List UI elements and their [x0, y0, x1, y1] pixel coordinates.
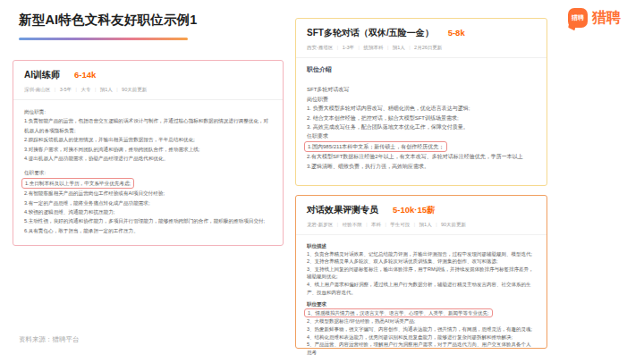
meta-separator: |: [409, 45, 410, 50]
job-meta: 龙岩-新罗区|经验不限|本科|学生可投|招1人|90天前更新: [307, 222, 536, 228]
job-desc-line: 2.跟踪和反馈机器人的使用情况，并输出相关运营数据报告，半年总结和优化;: [24, 135, 272, 144]
job-desc-line: 3.有一定的产品思维，能将业务痛点转化成产品功能需求;: [24, 198, 272, 207]
meta-item: 经验不限: [343, 222, 362, 227]
job-desc-line: 2.有大模型SFT数据标注经验2年以上，有文本改写、多轮对话标注经验优先，学历一…: [307, 152, 536, 161]
job-desc-line: 4.较强的逻辑思维、沟通能力和抗压能力;: [24, 207, 272, 216]
job-desc-line: 2、大模型数据标注/评估经验，熟悉AI对话类产品;: [307, 317, 536, 325]
job-desc-line: 3、热爱新鲜事物，强文字编写、内容创作、沟通表达能力，强共情力，有网感，思维灵活…: [307, 325, 536, 333]
meta-separator: |: [359, 45, 360, 50]
job-body: 岗位职责:1.负责智能产品的运营，包括语音交互逻辑的话术设计与制作，并通过核心指…: [24, 107, 272, 235]
job-desc-line: 4.提出机器人产品功能需求，协助产品经理进行产品迭代和优化。: [24, 154, 272, 163]
job-desc-line: 岗位职责:: [24, 107, 272, 116]
job-desc-line: 1.负责智能产品的运营，包括语音交互逻辑的话术设计与制作，并通过核心指标和数据的…: [24, 116, 272, 135]
meta-item: 招1人: [393, 45, 405, 50]
job-title: AI训练师: [24, 69, 60, 81]
source-note: 资料来源：猎聘平台: [19, 335, 80, 344]
job-desc-line: 任职要求:: [24, 168, 272, 177]
job-title-row: 对话效果评测专员5-10k·15薪: [307, 204, 536, 216]
job-title-row: AI训练师6-14k: [24, 69, 272, 81]
page-title: 新型AI特色文科友好职位示例1: [19, 12, 198, 29]
liepin-logo-icon-text: 猎聘: [572, 13, 584, 22]
job-meta: 深圳-南山区|3-5年|大专|招1人|90天前更新: [24, 87, 272, 93]
highlighted-requirement: 1、情感模拟共情力强，汉语言文学、语言学、心理学、人类学、新闻学等专业优先;: [304, 308, 493, 318]
meta-separator: |: [337, 45, 338, 50]
job-desc-line: 4、线上用户需求和偏好洞察，通过线上用户行为数据分析，辅助进行精灵主动发言内容、…: [307, 281, 536, 296]
job-desc-line: 3.逻辑清晰、细致负责，执行力强，高效响应需求。: [307, 162, 536, 171]
job-salary: 6-14k: [74, 70, 96, 80]
job-card-dialogue-evaluator: 对话效果评测专员5-10k·15薪龙岩-新罗区|经验不限|本科|学生可投|招1人…: [295, 195, 547, 349]
meta-item: 90天前更新: [122, 87, 147, 92]
meta-separator: |: [55, 87, 55, 92]
job-title-row: SFT多轮对话（双休/五险一金）5-8k: [307, 27, 536, 39]
requirement-line: 1、情感模拟共情力强，汉语言文学、语言学、心理学、人类学、新闻学等专业优先;: [307, 308, 536, 318]
meta-separator: |: [436, 222, 436, 227]
meta-separator: |: [366, 222, 367, 227]
job-card-sft-dialogue: SFT多轮对话（双休/五险一金）5-8k西安-雁塔区|1-3年|统招本科|招1人…: [295, 18, 547, 186]
meta-item: 1-3年: [343, 45, 354, 50]
job-desc-line: 4、结构化思维和表达能力，优秀问题识别和反思复盘能力，能够进行复杂问题拆解和推动…: [307, 333, 536, 342]
job-desc-line: 3.对接客户需求，对接不同团队的沟通和协调，推动跨团队合作，推动需求上线;: [24, 145, 272, 154]
job-desc-line: 6.具有责任心，敢于担当，能承担一定的工作压力。: [24, 226, 272, 235]
meta-item: 统招本科: [363, 45, 383, 50]
job-desc-line: 岗位职责: [307, 95, 536, 104]
job-body: 职位介绍SFT多轮对话改写岗位职责1. 负责大模型多轮对话内容改写、精细化润色，…: [307, 65, 536, 171]
job-desc-line: 职位要求: [307, 300, 536, 308]
job-desc-line: 2. 结合文本创作经验，把控对话，贴合大模型SFT训练场景需求;: [307, 114, 536, 122]
meta-separator: |: [387, 45, 388, 50]
job-salary: 5-8k: [448, 28, 465, 38]
job-salary: 5-10k·15薪: [393, 205, 436, 216]
title-underline: [19, 38, 188, 40]
job-desc-line: 2.有智能客服相关产品的运营岗位工作经验或有AI项目交付经验;: [24, 189, 272, 198]
meta-item: 龙岩-新罗区: [307, 222, 333, 227]
meta-item: 本科: [371, 222, 381, 227]
meta-item: 3-5年: [60, 87, 72, 92]
job-desc-line: SFT多轮对话改写: [307, 85, 536, 94]
meta-separator: |: [76, 87, 77, 92]
highlighted-requirement: 1.全日制本科及以上学历，中文系毕业优先考虑;: [21, 178, 134, 189]
meta-item: 大专: [80, 87, 90, 92]
job-desc-line: 3. 高效完成改写任务，配合团队落地文本优化工作，保障交付质量。: [307, 122, 536, 131]
job-desc-line: 职位描述: [307, 242, 536, 250]
job-desc-line: 3、支持线上回复的问题标签标注，输出体验排序，用于RM训练，并持续发掘体验排序与…: [307, 266, 536, 281]
meta-item: 学生可投: [390, 222, 410, 227]
highlighted-requirement: 1.国内985/211本科中文系；新传硕士，有创作经历优先；: [304, 141, 447, 152]
meta-item: 招1人: [100, 87, 113, 92]
job-desc-line: 职位介绍: [307, 65, 536, 74]
job-card-header: SFT多轮对话（双休/五险一金）5-8k西安-雁塔区|1-3年|统招本科|招1人…: [296, 27, 547, 58]
job-title: SFT多轮对话（双休/五险一金）: [307, 27, 434, 39]
job-desc-line: 5.主动性强，良好的沟通和协作能力，多项目并行管理能力，能够推动跨部门的合作，能…: [24, 216, 272, 225]
meta-separator: |: [385, 222, 386, 227]
meta-separator: |: [116, 87, 117, 92]
meta-item: 招1人: [419, 222, 432, 227]
liepin-logo: 猎聘 猎聘: [568, 8, 621, 28]
liepin-logo-icon: 猎聘: [568, 8, 588, 28]
job-card-header: AI训练师6-14k深圳-南山区|3-5年|大专|招1人|90天前更新: [13, 69, 283, 100]
meta-item: 90天前更新: [441, 222, 466, 227]
requirement-line: 1.国内985/211本科中文系；新传硕士，有创作经历优先；: [307, 141, 536, 152]
meta-item: 2月26日更新: [414, 45, 442, 50]
requirement-line: 1.全日制本科及以上学历，中文系毕业优先考虑;: [24, 178, 272, 189]
job-desc-line: 1、负责合养精灵对话效果、记忆总结能力评测，并输出评测报告，过程中发现问题辅助规…: [307, 250, 536, 258]
meta-item: 西安-雁塔区: [307, 45, 333, 50]
meta-separator: |: [95, 87, 96, 92]
job-title: 对话效果评测专员: [307, 204, 378, 216]
meta-separator: |: [337, 222, 338, 227]
job-desc-line: 2、支持合养精灵单人多轮次、双人多轮次对话优质训练集、评测集的创作、改写和落选;: [307, 257, 536, 266]
job-meta: 西安-雁塔区|1-3年|统招本科|招1人|2月26日更新: [307, 45, 536, 51]
job-desc-line: 1. 负责大模型多轮对话内容改写、精细化润色，优化语言表达与逻辑;: [307, 104, 536, 113]
meta-separator: |: [414, 222, 415, 227]
job-card-ai-trainer: AI训练师6-14k深圳-南山区|3-5年|大专|招1人|90天前更新岗位职责:…: [13, 60, 284, 246]
job-body: 职位描述1、负责合养精灵对话效果、记忆总结能力评测，并输出评测报告，过程中发现问…: [307, 242, 536, 356]
meta-item: 深圳-南山区: [24, 87, 50, 92]
job-desc-line: 5、产品运营、内容运营经验，理解用户行为洞察用户需求，对于产品迭代方向、用户交互…: [307, 341, 536, 356]
job-desc-line: 任职要求: [307, 131, 536, 140]
job-card-header: 对话效果评测专员5-10k·15薪龙岩-新罗区|经验不限|本科|学生可投|招1人…: [296, 204, 547, 235]
liepin-logo-text: 猎聘: [592, 9, 621, 28]
